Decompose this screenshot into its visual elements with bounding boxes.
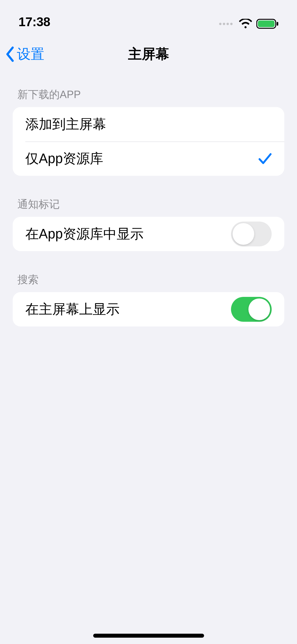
toggle-knob (233, 223, 254, 245)
home-indicator[interactable] (93, 634, 204, 638)
row-label: 在主屏幕上显示 (25, 300, 120, 319)
group-badges: 在App资源库中显示 (13, 217, 284, 251)
svg-rect-1 (258, 21, 275, 27)
signal-dots-icon (219, 23, 233, 25)
section-header-search: 搜索 (13, 251, 284, 292)
group-new-apps: 添加到主屏幕 仅App资源库 (13, 107, 284, 176)
wifi-icon (239, 19, 252, 29)
option-add-to-home-screen[interactable]: 添加到主屏幕 (13, 107, 284, 141)
section-header-badges: 通知标记 (13, 176, 284, 217)
back-button[interactable]: 设置 (5, 45, 44, 63)
chevron-left-icon (5, 46, 15, 62)
toggle-show-in-app-library[interactable] (231, 222, 272, 246)
row-label: 添加到主屏幕 (25, 115, 106, 134)
row-label: 在App资源库中显示 (25, 225, 144, 243)
battery-icon (256, 19, 279, 29)
toggle-knob (248, 298, 270, 320)
checkmark-icon (258, 153, 272, 165)
page-title: 主屏幕 (0, 45, 297, 63)
section-header-new-apps: 新下载的APP (13, 71, 284, 107)
group-search: 在主屏幕上显示 (13, 292, 284, 326)
row-label: 仅App资源库 (25, 150, 103, 168)
row-show-on-home-screen: 在主屏幕上显示 (13, 292, 284, 326)
nav-bar: 设置 主屏幕 (0, 37, 297, 71)
option-app-library-only[interactable]: 仅App资源库 (13, 141, 284, 176)
status-right (219, 19, 279, 29)
row-show-in-app-library: 在App资源库中显示 (13, 217, 284, 251)
svg-rect-2 (277, 22, 278, 26)
status-bar: 17:38 (0, 0, 297, 37)
toggle-show-on-home-screen[interactable] (231, 297, 272, 322)
status-time: 17:38 (18, 15, 50, 29)
content: 新下载的APP 添加到主屏幕 仅App资源库 通知标记 在App资源库中显示 搜… (0, 71, 297, 326)
back-label: 设置 (17, 45, 44, 63)
